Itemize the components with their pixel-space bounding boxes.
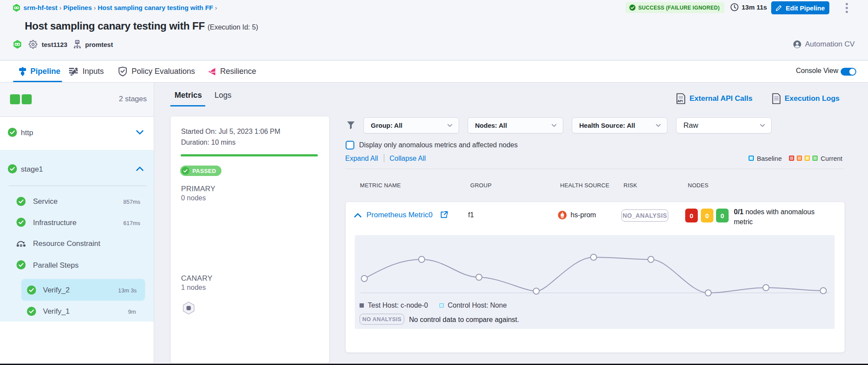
svg-text:API: API [677, 99, 683, 103]
